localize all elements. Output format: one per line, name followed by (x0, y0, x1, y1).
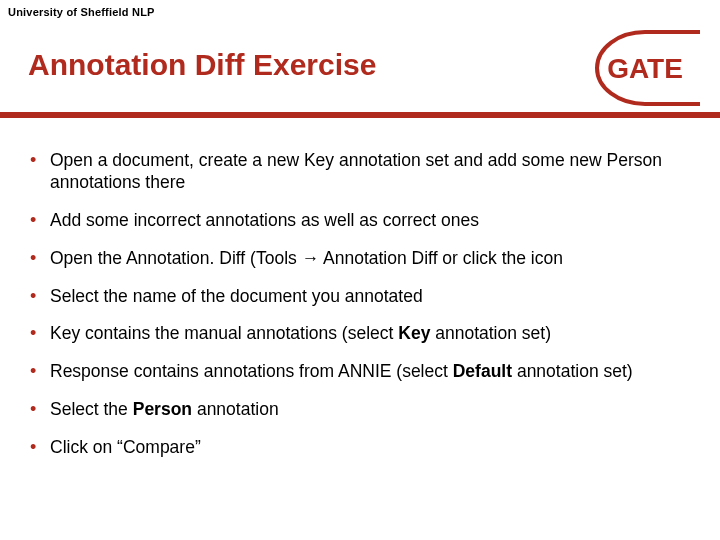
slide-title: Annotation Diff Exercise (28, 48, 376, 82)
bullet-item: Add some incorrect annotations as well a… (28, 210, 692, 232)
bullet-text: Select the (50, 399, 133, 419)
org-header: University of Sheffield NLP (8, 6, 155, 18)
bullet-item: Click on “Compare” (28, 437, 692, 459)
bullet-list: Open a document, create a new Key annota… (28, 150, 692, 459)
bullet-item: Select the name of the document you anno… (28, 286, 692, 308)
bullet-text: annotation set) (512, 361, 633, 381)
bullet-item: Key contains the manual annotations (sel… (28, 323, 692, 345)
bullet-item: Open a document, create a new Key annota… (28, 150, 692, 194)
bullet-text: annotation set) (430, 323, 551, 343)
bullet-list-container: Open a document, create a new Key annota… (28, 150, 692, 475)
divider-rule (0, 112, 720, 118)
gate-logo: GATE (590, 28, 700, 108)
bullet-text: Select the name of the document you anno… (50, 286, 423, 306)
bullet-text: Open the Annotation. Diff (Tools → Annot… (50, 248, 563, 268)
bullet-text: annotation (192, 399, 279, 419)
bullet-text: Click on “Compare” (50, 437, 201, 457)
bullet-text: Add some incorrect annotations as well a… (50, 210, 479, 230)
bullet-item: Select the Person annotation (28, 399, 692, 421)
bullet-text: Open a document, create a new Key annota… (50, 150, 662, 192)
bullet-text: Person (133, 399, 192, 419)
bullet-item: Response contains annotations from ANNIE… (28, 361, 692, 383)
gate-logo-text: GATE (607, 53, 683, 84)
bullet-text: Key contains the manual annotations (sel… (50, 323, 398, 343)
bullet-text: Default (453, 361, 512, 381)
bullet-text: Response contains annotations from ANNIE… (50, 361, 453, 381)
bullet-text: Key (398, 323, 430, 343)
bullet-item: Open the Annotation. Diff (Tools → Annot… (28, 248, 692, 270)
